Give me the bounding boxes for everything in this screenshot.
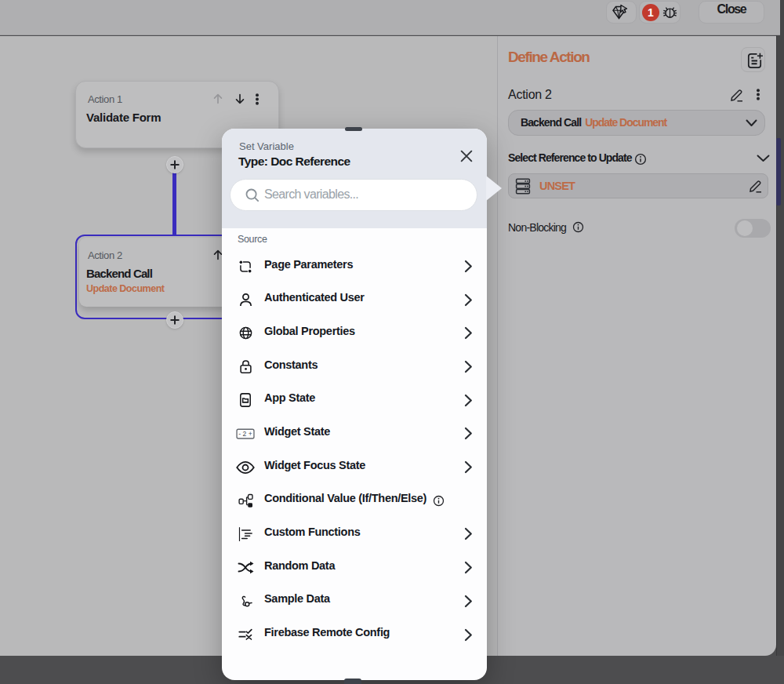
svg-text:- 2 +: - 2 +	[238, 430, 252, 438]
